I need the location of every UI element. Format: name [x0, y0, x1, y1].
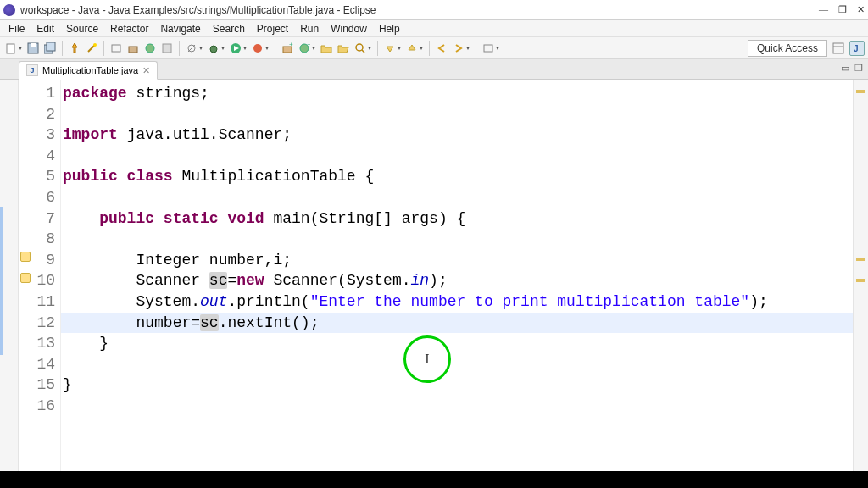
new-class-icon[interactable]: +: [297, 41, 312, 56]
menu-project[interactable]: Project: [252, 21, 293, 36]
code-editor[interactable]: package strings;import java.util.Scanner…: [61, 80, 853, 488]
prev-annotation-icon[interactable]: [404, 41, 420, 56]
overview-ruler[interactable]: [853, 80, 868, 488]
next-annotation-icon[interactable]: [382, 41, 398, 56]
package-icon[interactable]: [125, 41, 141, 56]
letterbox-bottom: [0, 471, 868, 488]
svg-point-23: [356, 44, 363, 51]
code-line[interactable]: [61, 229, 853, 250]
svg-rect-7: [112, 45, 120, 52]
chevron-down-icon[interactable]: ▾: [19, 44, 22, 52]
run-icon[interactable]: [228, 41, 243, 56]
svg-rect-28: [833, 43, 843, 53]
menu-window[interactable]: Window: [326, 21, 372, 36]
code-line[interactable]: [61, 104, 853, 125]
menu-bar: File Edit Source Refactor Navigate Searc…: [0, 20, 868, 37]
svg-text:+: +: [307, 42, 310, 48]
code-line[interactable]: import java.util.Scanner;: [61, 125, 853, 146]
code-line[interactable]: number=sc.nextInt();: [61, 313, 853, 334]
editor-tab[interactable]: J MultiplicationTable.java ✕: [19, 61, 158, 80]
line-number: 10: [27, 270, 55, 291]
skip-breakpoints-icon[interactable]: [184, 41, 199, 56]
line-number: 16: [27, 396, 55, 417]
code-line[interactable]: System.out.println("Enter the number to …: [61, 291, 853, 313]
left-gutter-rail: [0, 80, 19, 488]
chevron-down-icon[interactable]: ▾: [398, 44, 401, 52]
line-number: 1: [27, 83, 55, 104]
chevron-down-icon[interactable]: ▾: [466, 44, 470, 52]
chevron-down-icon[interactable]: ▾: [265, 44, 269, 52]
back-icon[interactable]: [434, 41, 449, 56]
svg-line-24: [362, 50, 364, 53]
chevron-down-icon[interactable]: ▾: [243, 44, 247, 52]
code-line[interactable]: [61, 396, 853, 417]
search-icon[interactable]: [353, 41, 368, 56]
run-last-icon[interactable]: [250, 41, 265, 56]
svg-rect-8: [129, 47, 137, 53]
line-number: 15: [27, 374, 55, 396]
code-line[interactable]: }: [61, 374, 853, 396]
menu-search[interactable]: Search: [208, 21, 250, 36]
line-number-gutter: 12345678910111213141516: [27, 80, 61, 488]
history-icon[interactable]: [481, 41, 496, 56]
code-line[interactable]: public class MultiplicationTable {: [61, 166, 853, 187]
line-number: 12: [27, 313, 55, 334]
chevron-down-icon[interactable]: ▾: [420, 44, 423, 52]
folder-icon[interactable]: [319, 41, 334, 56]
window-titlebar: workspace - Java - Java Examples/src/str…: [0, 0, 868, 20]
menu-edit[interactable]: Edit: [31, 21, 59, 36]
menu-refactor[interactable]: Refactor: [105, 21, 153, 36]
new-icon[interactable]: [3, 41, 19, 56]
menu-help[interactable]: Help: [374, 21, 405, 36]
open-perspective-icon[interactable]: [831, 41, 846, 56]
code-line[interactable]: Scanner sc=new Scanner(System.in);: [61, 270, 853, 291]
window-minimize-button[interactable]: —: [819, 4, 828, 15]
toolbar-separator: [179, 41, 180, 56]
line-number: 6: [27, 187, 55, 208]
wand-icon[interactable]: [84, 41, 99, 56]
java-perspective-icon[interactable]: J: [849, 41, 865, 56]
window-maximize-button[interactable]: ❐: [838, 4, 847, 15]
menu-navigate[interactable]: Navigate: [155, 21, 205, 36]
chevron-down-icon[interactable]: ▾: [221, 44, 225, 52]
close-icon[interactable]: ✕: [142, 65, 150, 76]
forward-icon[interactable]: [451, 41, 466, 56]
window-close-button[interactable]: ✕: [857, 4, 865, 15]
svg-rect-4: [47, 42, 55, 51]
code-line[interactable]: public static void main(String[] args) {: [61, 208, 853, 230]
save-all-icon[interactable]: [42, 41, 58, 56]
code-line[interactable]: }: [61, 333, 853, 354]
minimize-view-icon[interactable]: ▭: [841, 63, 849, 74]
toolbar-separator: [476, 41, 476, 56]
marker-column: [19, 80, 27, 488]
code-line[interactable]: [61, 354, 853, 375]
new-package-icon[interactable]: +: [280, 41, 295, 56]
java-file-icon[interactable]: [159, 41, 175, 56]
chevron-down-icon[interactable]: ▾: [199, 44, 203, 52]
code-line[interactable]: Integer number,i;: [61, 250, 853, 271]
folder-open-icon[interactable]: [336, 41, 351, 56]
menu-file[interactable]: File: [3, 21, 30, 36]
chevron-down-icon[interactable]: ▾: [312, 44, 315, 52]
svg-rect-0: [7, 44, 14, 53]
warning-marker-icon[interactable]: [20, 252, 31, 262]
menu-run[interactable]: Run: [295, 21, 324, 36]
save-icon[interactable]: [25, 41, 41, 56]
code-line[interactable]: [61, 187, 853, 208]
chevron-down-icon[interactable]: ▾: [368, 44, 371, 52]
line-number: 11: [27, 291, 55, 313]
code-line[interactable]: [61, 146, 853, 167]
svg-text:+: +: [289, 42, 293, 48]
svg-rect-10: [163, 44, 171, 53]
pin-icon[interactable]: [67, 41, 82, 56]
open-type-icon[interactable]: [108, 41, 124, 56]
menu-source[interactable]: Source: [61, 21, 103, 36]
eclipse-icon: [3, 4, 15, 16]
quick-access-field[interactable]: Quick Access: [748, 40, 827, 57]
class-icon[interactable]: [142, 41, 158, 56]
chevron-down-icon[interactable]: ▾: [496, 44, 499, 52]
warning-marker-icon[interactable]: [20, 273, 31, 283]
debug-icon[interactable]: [206, 41, 221, 56]
maximize-view-icon[interactable]: ❐: [854, 63, 863, 74]
code-line[interactable]: package strings;: [61, 83, 853, 104]
